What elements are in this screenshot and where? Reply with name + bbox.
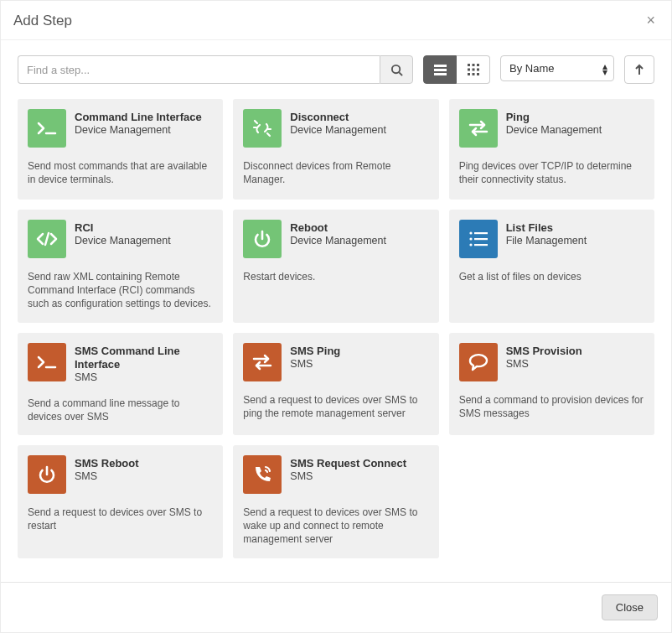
card-head: SMS RebootSMS — [28, 455, 213, 494]
card-description: Restart devices. — [243, 270, 428, 283]
card-titles: SMS RebootSMS — [75, 455, 139, 484]
svg-rect-4 — [434, 73, 447, 75]
list-icon — [459, 220, 498, 258]
sort-select[interactable]: By Name — [500, 55, 614, 81]
card-titles: DisconnectDevice Management — [290, 109, 386, 137]
close-icon[interactable]: × — [643, 13, 659, 28]
card-title: SMS Command Line Interface — [75, 345, 213, 372]
svg-line-17 — [267, 133, 270, 136]
card-description: Send a command to provision devices for … — [459, 393, 644, 420]
power-icon — [28, 455, 66, 494]
step-card[interactable]: SMS PingSMSSend a request to devices ove… — [233, 333, 438, 436]
dialog-body: By Name ▴▾ Command Line InterfaceDevice … — [1, 40, 671, 582]
sort-select-wrap: By Name ▴▾ — [500, 55, 614, 84]
svg-rect-29 — [474, 244, 488, 246]
svg-line-16 — [255, 121, 257, 123]
svg-rect-2 — [434, 65, 447, 67]
svg-rect-25 — [474, 232, 488, 234]
step-card[interactable]: PingDevice ManagementPing devices over T… — [449, 99, 654, 200]
arrow-up-icon — [634, 64, 644, 75]
step-card[interactable]: SMS Command Line InterfaceSMSSend a comm… — [18, 333, 223, 436]
svg-rect-3 — [434, 69, 447, 71]
search-icon — [390, 64, 403, 76]
card-subtitle: SMS — [75, 470, 139, 484]
search-button[interactable] — [380, 55, 413, 84]
step-card[interactable]: List FilesFile ManagementGet a list of f… — [449, 210, 654, 323]
svg-rect-8 — [468, 69, 470, 71]
card-titles: PingDevice Management — [506, 109, 602, 137]
card-description: Send raw XML containing Remote Command I… — [28, 270, 213, 311]
card-title: SMS Reboot — [75, 457, 139, 470]
card-head: SMS Request ConnectSMS — [243, 455, 428, 494]
phone-wave-icon — [243, 455, 282, 494]
card-head: SMS Command Line InterfaceSMS — [28, 343, 213, 385]
card-description: Send most commands that are available in… — [28, 159, 213, 186]
card-head: List FilesFile Management — [459, 220, 644, 258]
card-subtitle: SMS — [290, 358, 340, 371]
card-head: SMS PingSMS — [243, 343, 428, 381]
step-card[interactable]: SMS ProvisionSMSSend a command to provis… — [449, 333, 654, 436]
close-button[interactable]: Close — [602, 594, 658, 620]
card-subtitle: Device Management — [290, 124, 386, 137]
swap-icon — [459, 109, 498, 148]
card-title: Command Line Interface — [75, 111, 202, 124]
search-group — [18, 55, 413, 84]
sort-direction-button[interactable] — [624, 55, 654, 84]
view-toggle — [423, 55, 490, 84]
step-card[interactable]: DisconnectDevice ManagementDisconnect de… — [233, 99, 438, 200]
card-title: Reboot — [290, 221, 386, 235]
dialog-header: Add Step × — [1, 1, 671, 40]
card-titles: SMS ProvisionSMS — [506, 343, 582, 371]
svg-line-22 — [45, 233, 49, 245]
svg-line-1 — [399, 72, 402, 75]
card-titles: RCIDevice Management — [75, 220, 171, 248]
step-card[interactable]: Command Line InterfaceDevice ManagementS… — [18, 99, 223, 200]
svg-rect-27 — [474, 238, 488, 240]
step-card[interactable]: RebootDevice ManagementRestart devices. — [233, 210, 438, 323]
search-input[interactable] — [18, 55, 380, 84]
view-grid-button[interactable] — [457, 55, 490, 84]
card-subtitle: Device Management — [75, 235, 171, 248]
card-description: Send a request to devices over SMS to pi… — [243, 393, 428, 420]
svg-point-24 — [469, 231, 472, 234]
svg-rect-12 — [472, 73, 474, 75]
svg-rect-9 — [472, 69, 474, 71]
step-cards-grid: Command Line InterfaceDevice ManagementS… — [18, 99, 654, 558]
step-card[interactable]: SMS RebootSMSSend a request to devices o… — [18, 445, 223, 558]
card-description: Disconnect devices from Remote Manager. — [243, 159, 428, 186]
card-subtitle: Device Management — [290, 235, 386, 248]
svg-rect-6 — [472, 64, 474, 66]
card-subtitle: SMS — [506, 358, 582, 371]
step-card[interactable]: SMS Request ConnectSMSSend a request to … — [233, 445, 438, 558]
card-subtitle: SMS — [290, 470, 406, 484]
code-icon — [28, 220, 66, 258]
list-view-icon — [434, 65, 447, 75]
card-title: SMS Provision — [506, 345, 582, 358]
disconnect-icon — [243, 109, 282, 148]
card-title: RCI — [75, 221, 171, 235]
svg-rect-11 — [468, 73, 470, 75]
chat-icon — [459, 343, 498, 381]
svg-rect-5 — [468, 64, 470, 66]
card-title: Disconnect — [290, 111, 386, 124]
toolbar: By Name ▴▾ — [18, 55, 654, 84]
card-description: Send a request to devices over SMS to re… — [28, 506, 213, 532]
card-title: SMS Ping — [290, 345, 340, 358]
card-head: SMS ProvisionSMS — [459, 343, 644, 381]
grid-view-icon — [468, 64, 479, 75]
card-head: Command Line InterfaceDevice Management — [28, 109, 213, 148]
dialog-footer: Close — [1, 582, 671, 632]
terminal-icon — [28, 109, 66, 148]
svg-point-26 — [469, 237, 472, 240]
step-card[interactable]: RCIDevice ManagementSend raw XML contain… — [18, 210, 223, 323]
add-step-dialog: Add Step × — [0, 0, 672, 633]
card-subtitle: SMS — [75, 371, 213, 385]
dialog-title: Add Step — [13, 13, 72, 29]
card-head: DisconnectDevice Management — [243, 109, 428, 148]
card-head: PingDevice Management — [459, 109, 644, 148]
card-title: Ping — [506, 111, 602, 124]
svg-rect-13 — [477, 73, 479, 75]
card-head: RCIDevice Management — [28, 220, 213, 258]
view-list-button[interactable] — [423, 55, 457, 84]
card-titles: SMS PingSMS — [290, 343, 340, 371]
